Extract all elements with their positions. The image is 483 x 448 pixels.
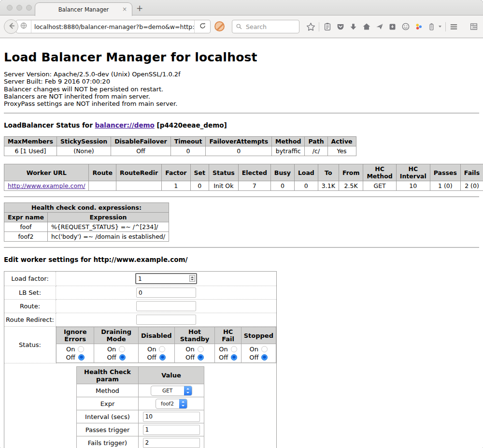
apps-grid-icon[interactable] <box>467 20 480 33</box>
status-cell-ignore-errors: On Off <box>57 344 94 363</box>
downloads-icon[interactable] <box>347 20 360 33</box>
reading-list-icon[interactable] <box>321 20 334 33</box>
pocket-icon[interactable] <box>334 20 347 33</box>
lb-set-input[interactable] <box>136 288 196 298</box>
cell: (None) <box>57 146 111 156</box>
off-label: Off <box>185 353 195 361</box>
table-row: Passes trigger <box>77 423 204 436</box>
colored-dots-extension-icon[interactable] <box>412 20 425 33</box>
cell: hc('body') =~ /domain is established/ <box>47 232 169 242</box>
hc-passes-input[interactable] <box>143 425 200 435</box>
save-page-icon[interactable] <box>386 20 399 33</box>
search-icon <box>236 23 242 30</box>
hc-fail-off-radio[interactable] <box>231 354 237 361</box>
load-factor-input[interactable] <box>135 273 197 284</box>
new-tab-button[interactable]: + <box>136 4 143 13</box>
hc-expr-select[interactable]: foof2 <box>156 399 187 409</box>
cell <box>89 181 116 191</box>
table-row: Fails trigger) <box>77 436 204 448</box>
toolbar-icons <box>304 20 480 33</box>
window-close-button[interactable] <box>7 5 13 11</box>
field-label: LB Set: <box>4 286 56 300</box>
ignore-errors-on-radio[interactable] <box>78 346 84 352</box>
hot-standby-off-radio[interactable] <box>198 354 204 361</box>
toolbar-divider <box>319 22 319 31</box>
battery-extension-icon[interactable] <box>425 20 438 33</box>
number-stepper-icon[interactable] <box>189 275 195 282</box>
table-row: http://www.example.com/ 1 0 Init Ok 7 0 … <box>4 181 483 191</box>
header-cell: Timeout <box>170 137 206 146</box>
back-icon <box>7 22 15 32</box>
site-identity-button[interactable] <box>16 20 31 33</box>
lb-status-heading: LoadBalancer Status for balancer://demo … <box>4 121 479 129</box>
url-text[interactable]: localhost:8880/balancer-manager?b=demo&w… <box>31 23 194 30</box>
cell: 10 <box>396 181 430 191</box>
header-cell: Set <box>190 164 209 181</box>
header-cell: MaxMembers <box>4 137 57 146</box>
stopped-off-radio[interactable] <box>261 354 268 361</box>
status-cell-hc-fail: On Off <box>215 344 241 363</box>
edit-worker-form: Load factor: LB Set: Route: Route Redire… <box>4 271 277 448</box>
url-bar[interactable]: localhost:8880/balancer-manager?b=demo&w… <box>16 20 211 33</box>
proxypass-notice-line: ProxyPass settings are NOT inherited fro… <box>4 100 479 107</box>
header-cell: Expression <box>47 213 169 222</box>
cell: bytraffic <box>272 146 305 156</box>
header-cell: HC Fail <box>215 327 241 344</box>
cell: 2.5K <box>339 181 363 191</box>
route-redirect-input[interactable] <box>136 315 196 325</box>
on-label: On <box>250 345 258 353</box>
select-stepper-icon <box>179 399 187 408</box>
cell <box>116 181 162 191</box>
search-input[interactable] <box>245 23 299 31</box>
send-tab-icon[interactable] <box>373 20 386 33</box>
on-label: On <box>185 345 194 353</box>
header-cell: FailoverAttempts <box>206 137 272 146</box>
disabled-off-radio[interactable] <box>159 354 166 361</box>
hc-interval-input[interactable] <box>143 412 200 422</box>
window-minimize-button[interactable] <box>16 5 22 11</box>
worker-url-link[interactable]: http://www.example.com/ <box>8 182 85 189</box>
field-label: Method <box>77 384 139 397</box>
status-cell-draining-mode: On Off <box>94 344 139 363</box>
cell: %{REQUEST_STATUS} =~ /^[234]/ <box>47 222 169 232</box>
hc-fails-input[interactable] <box>143 438 200 448</box>
window-zoom-button[interactable] <box>26 5 32 11</box>
draining-mode-off-radio[interactable] <box>119 354 126 361</box>
balancer-link[interactable]: balancer://demo <box>95 121 155 129</box>
status-toggle-table: Ignore Errors Draining Mode Disabled Hot… <box>56 327 276 363</box>
off-label: Off <box>66 353 75 361</box>
table-header-row: MaxMembers StickySession DisableFailover… <box>4 137 356 146</box>
form-row-lb-set: LB Set: <box>4 286 277 300</box>
header-cell: Fails <box>460 164 483 181</box>
tab-balancer-manager[interactable]: Balancer Manager × <box>35 2 132 16</box>
hot-standby-on-radio[interactable] <box>198 346 204 352</box>
header-cell: Active <box>327 137 356 146</box>
chevron-down-icon[interactable] <box>439 26 441 28</box>
ignore-errors-off-radio[interactable] <box>78 354 85 361</box>
feedback-smiley-icon[interactable] <box>399 20 412 33</box>
header-cell: DisableFailover <box>111 137 170 146</box>
header-cell: Expr name <box>4 213 48 222</box>
tab-close-icon[interactable]: × <box>122 5 127 13</box>
hc-method-select[interactable]: GET <box>151 386 192 396</box>
lb-status-suffix: [p4420eeae_demo] <box>155 121 227 129</box>
menu-hamburger-icon[interactable] <box>447 20 460 33</box>
header-cell: Route <box>89 164 116 181</box>
home-icon[interactable] <box>360 20 373 33</box>
reload-button[interactable] <box>195 20 210 33</box>
disabled-on-radio[interactable] <box>159 346 165 352</box>
hc-fail-on-radio[interactable] <box>231 346 237 352</box>
header-cell: Busy <box>270 164 294 181</box>
route-input[interactable] <box>136 301 196 311</box>
stopped-on-radio[interactable] <box>261 346 268 352</box>
bookmark-star-icon[interactable] <box>304 20 317 33</box>
back-button[interactable] <box>4 19 18 34</box>
draining-mode-on-radio[interactable] <box>119 346 125 352</box>
table-header-row: Ignore Errors Draining Mode Disabled Hot… <box>57 327 276 344</box>
field-label: Fails trigger) <box>77 436 139 448</box>
adblocker-extension-icon[interactable] <box>214 21 225 31</box>
search-bar[interactable] <box>232 20 299 33</box>
hc-expressions-table: Health check cond. expressions: Expr nam… <box>4 202 169 242</box>
tab-title: Balancer Manager <box>58 6 109 13</box>
status-cell-stopped: On Off <box>241 344 276 363</box>
